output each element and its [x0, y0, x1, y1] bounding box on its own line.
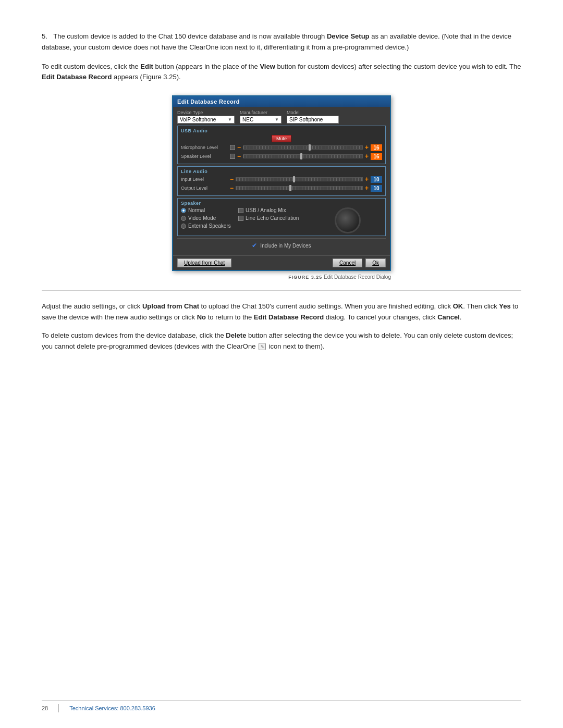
no-bold: No — [197, 313, 206, 321]
output-level-row: Output Level − + 10 — [181, 184, 382, 192]
radio-video-circle[interactable] — [181, 216, 186, 221]
mic-mute-checkbox[interactable] — [230, 145, 235, 150]
figure-caption: FIGURE 3.25 Edit Database Record Dialog — [172, 274, 391, 280]
para1: To edit custom devices, click the Edit b… — [42, 61, 521, 83]
include-row: ✔ Include in My Devices — [177, 238, 386, 252]
mic-level-row: Microphone Level − + 16 — [181, 144, 382, 151]
radio-video-label: Video Mode — [188, 215, 216, 221]
device-type-col: Device Type VoIP Softphone ▼ — [177, 110, 235, 124]
radio-external-circle[interactable] — [181, 224, 186, 229]
speaker-minus-button[interactable]: − — [237, 153, 241, 160]
output-minus-button[interactable]: − — [230, 184, 234, 192]
upload-from-chat-button[interactable]: Upload from Chat — [177, 258, 231, 267]
yes-bold: Yes — [499, 302, 510, 310]
radio-external-label: External Speakers — [188, 223, 231, 229]
manufacturer-label: Manufacturer — [240, 110, 282, 115]
dialog-footer-buttons: Cancel Ok — [333, 258, 386, 267]
mic-plus-button[interactable]: + — [365, 144, 369, 151]
section-divider — [42, 290, 521, 291]
model-value: SIP Softphone — [289, 117, 323, 122]
usb-analog-mix-box[interactable] — [238, 208, 243, 213]
dialog-footer: Upload from Chat Cancel Ok — [173, 255, 390, 270]
footer-divider — [58, 704, 59, 712]
figure-caption-text: Edit Database Record Dialog — [324, 274, 391, 280]
device-type-value: VoIP Softphone — [180, 117, 226, 122]
line-audio-section: Line Audio Input Level − + 10 Output Lev… — [177, 166, 386, 196]
usb-audio-section: USB Audio Mute Microphone Level − + 16 — [177, 126, 386, 164]
device-type-arrow-icon: ▼ — [228, 117, 232, 122]
cancel-button[interactable]: Cancel — [333, 258, 362, 267]
dialog-title-bar: Edit Database Record — [173, 96, 390, 107]
radio-external-speakers[interactable]: External Speakers — [181, 223, 233, 229]
line-echo-cancel-box[interactable] — [238, 216, 243, 221]
radio-normal-circle[interactable] — [181, 208, 186, 213]
line-echo-cancel-label: Line Echo Cancellation — [246, 215, 299, 221]
ok-button[interactable]: Ok — [365, 258, 386, 267]
speaker-circle-decoration — [335, 207, 361, 233]
speaker-level-value: 16 — [371, 153, 382, 160]
dialog-screenshot-container: Edit Database Record Device Type VoIP So… — [42, 95, 521, 280]
input-plus-button[interactable]: + — [365, 176, 369, 183]
speaker-plus-button[interactable]: + — [365, 153, 369, 160]
device-setup-bold: Device Setup — [327, 32, 370, 40]
line-echo-cancel-checkbox[interactable]: Line Echo Cancellation — [238, 215, 308, 221]
dialog-title: Edit Database Record — [177, 98, 240, 105]
usb-analog-mix-label: USB / Analog Mix — [246, 207, 286, 213]
usb-audio-label: USB Audio — [181, 128, 382, 133]
upload-from-chat-bold: Upload from Chat — [142, 302, 199, 310]
device-type-select[interactable]: VoIP Softphone ▼ — [177, 116, 235, 124]
manufacturer-select[interactable]: NEC ▼ — [240, 116, 282, 124]
device-type-label: Device Type — [177, 110, 235, 115]
page-content: 5. The custom device is added to the Cha… — [0, 0, 563, 390]
radio-normal[interactable]: Normal — [181, 207, 233, 213]
include-checkmark-icon: ✔ — [252, 242, 257, 249]
model-col: Model SIP Softphone — [287, 110, 339, 124]
input-level-row: Input Level − + 10 — [181, 176, 382, 183]
speaker-radios: Normal Video Mode External Speakers — [181, 207, 233, 229]
include-label: Include in My Devices — [260, 243, 311, 249]
input-level-value: 10 — [371, 176, 382, 183]
edit-db-record-bold: Edit Database Record — [42, 73, 112, 81]
input-level-slider[interactable] — [236, 177, 363, 181]
page-number: 28 — [42, 705, 48, 711]
edit-bold: Edit — [140, 63, 153, 70]
speaker-section: Speaker Normal Video Mode — [177, 198, 386, 236]
speaker-options: USB / Analog Mix Line Echo Cancellation — [238, 207, 308, 221]
output-plus-button[interactable]: + — [365, 184, 369, 192]
step-5-text: The custom device is added to the Chat 1… — [42, 32, 511, 51]
radio-video-mode[interactable]: Video Mode — [181, 215, 233, 221]
manufacturer-col: Manufacturer NEC ▼ — [240, 110, 282, 124]
cancel-bold: Cancel — [437, 313, 460, 321]
model-input[interactable]: SIP Softphone — [287, 116, 339, 124]
mute-row: Mute — [181, 135, 382, 142]
mic-level-value: 16 — [371, 144, 382, 151]
input-minus-button[interactable]: − — [230, 176, 234, 183]
radio-normal-label: Normal — [188, 207, 205, 213]
page-footer: 28 Technical Services: 800.283.5936 — [42, 700, 521, 712]
step-number: 5. — [42, 32, 47, 40]
speaker-level-label: Speaker Level — [181, 154, 228, 159]
speaker-level-row: Speaker Level − + 16 — [181, 153, 382, 160]
manufacturer-arrow-icon: ▼ — [275, 117, 279, 122]
speaker-level-slider[interactable] — [243, 154, 363, 158]
mic-minus-button[interactable]: − — [237, 144, 241, 151]
speaker-section-label: Speaker — [181, 201, 382, 206]
delete-bold: Delete — [226, 331, 246, 339]
step-5-paragraph: 5. The custom device is added to the Cha… — [42, 31, 521, 53]
mic-level-slider[interactable] — [243, 145, 363, 150]
device-type-row: Device Type VoIP Softphone ▼ Manufacture… — [177, 110, 386, 124]
output-level-slider[interactable] — [236, 186, 363, 190]
para2: Adjust the audio settings, or click Uplo… — [42, 301, 521, 323]
model-label: Model — [287, 110, 339, 115]
mute-button[interactable]: Mute — [272, 135, 291, 142]
speaker-visual — [313, 207, 382, 233]
input-level-label: Input Level — [181, 177, 228, 182]
figure-label: FIGURE 3.25 — [288, 275, 322, 280]
ok-bold: OK — [453, 302, 463, 310]
output-level-label: Output Level — [181, 186, 228, 191]
output-level-value: 10 — [371, 185, 382, 192]
edit-database-record-dialog: Edit Database Record Device Type VoIP So… — [172, 95, 391, 271]
speaker-mute-checkbox[interactable] — [230, 154, 235, 159]
edit-db-record-bold2: Edit Database Record — [254, 313, 324, 321]
usb-analog-mix-checkbox[interactable]: USB / Analog Mix — [238, 207, 308, 213]
